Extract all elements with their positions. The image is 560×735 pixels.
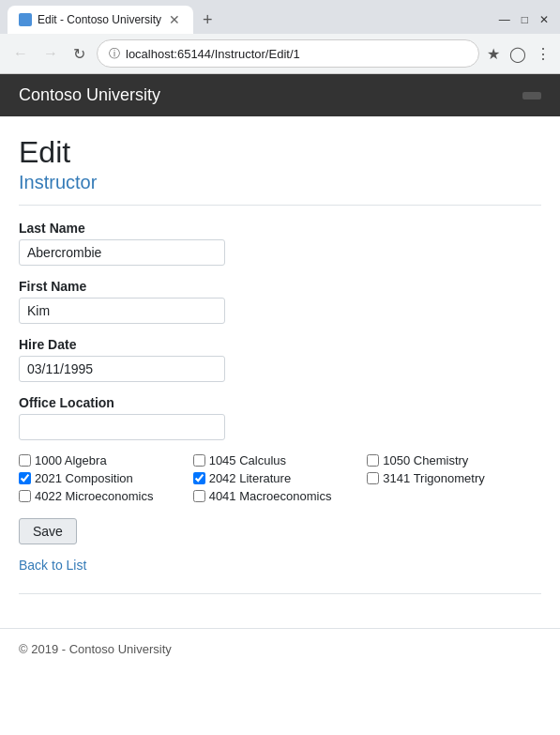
office-label: Office Location xyxy=(19,395,541,410)
close-window-button[interactable]: ✕ xyxy=(539,13,549,26)
page-subtitle: Instructor xyxy=(19,172,541,193)
url-bar[interactable]: ⓘ localhost:65144/Instructor/Edit/1 xyxy=(97,39,479,68)
course-checkbox-1000[interactable] xyxy=(19,454,31,467)
list-item: 4022 Microeconomics xyxy=(19,489,193,503)
address-bar: ← → ↻ ⓘ localhost:65144/Instructor/Edit/… xyxy=(0,34,560,73)
divider-bottom xyxy=(19,593,541,594)
course-label-1050: 1050 Chemistry xyxy=(383,453,468,467)
minimize-button[interactable]: — xyxy=(499,13,510,26)
course-label-3141: 3141 Trigonometry xyxy=(383,471,484,485)
office-location-group: Office Location xyxy=(19,395,541,440)
course-checkbox-1045[interactable] xyxy=(193,454,205,467)
last-name-input[interactable] xyxy=(19,239,225,266)
course-label-1000: 1000 Algebra xyxy=(35,453,107,467)
hire-date-group: Hire Date xyxy=(19,337,541,382)
browser-chrome: Edit - Contoso University ✕ + — □ ✕ ← → … xyxy=(0,0,560,74)
last-name-group: Last Name xyxy=(19,221,541,266)
new-tab-button[interactable]: + xyxy=(197,10,219,30)
url-text: localhost:65144/Instructor/Edit/1 xyxy=(126,47,467,61)
divider-top xyxy=(19,205,541,206)
list-item: 1000 Algebra xyxy=(19,453,193,467)
tab-close-button[interactable]: ✕ xyxy=(167,12,182,27)
page-heading: Edit xyxy=(19,135,541,170)
course-label-2021: 2021 Composition xyxy=(35,471,133,485)
page-content: Edit Instructor Last Name First Name Hir… xyxy=(0,116,560,628)
tab-bar: Edit - Contoso University ✕ + — □ ✕ xyxy=(0,0,560,34)
course-label-2042: 2042 Literature xyxy=(209,471,291,485)
hire-date-input[interactable] xyxy=(19,356,225,382)
tab-title: Edit - Contoso University xyxy=(38,13,161,26)
list-item: 2042 Literature xyxy=(193,471,368,485)
courses-grid: 1000 Algebra1045 Calculus1050 Chemistry2… xyxy=(19,453,541,503)
lock-icon: ⓘ xyxy=(109,46,120,62)
forward-nav-button[interactable]: → xyxy=(39,43,62,64)
course-checkbox-1050[interactable] xyxy=(367,454,379,467)
last-name-label: Last Name xyxy=(19,221,541,236)
header-button[interactable] xyxy=(522,92,541,100)
list-item: 3141 Trigonometry xyxy=(367,471,541,485)
list-item: 1045 Calculus xyxy=(193,453,368,467)
first-name-label: First Name xyxy=(19,279,541,294)
course-label-4022: 4022 Microeconomics xyxy=(35,489,153,503)
active-tab[interactable]: Edit - Contoso University ✕ xyxy=(8,6,193,34)
first-name-input[interactable] xyxy=(19,298,225,324)
course-checkbox-4041[interactable] xyxy=(193,490,205,502)
course-label-1045: 1045 Calculus xyxy=(209,453,286,467)
page-footer: © 2019 - Contoso University xyxy=(0,628,560,669)
office-location-input[interactable] xyxy=(19,414,225,440)
profile-icon[interactable]: ◯ xyxy=(509,45,526,63)
app-name: Contoso University xyxy=(19,85,160,105)
first-name-group: First Name xyxy=(19,279,541,324)
window-controls: — □ ✕ xyxy=(499,13,552,26)
tab-favicon xyxy=(19,13,32,26)
course-checkbox-2042[interactable] xyxy=(193,472,205,484)
list-item: 2021 Composition xyxy=(19,471,193,485)
footer-text: © 2019 - Contoso University xyxy=(19,642,172,656)
list-item: 1050 Chemistry xyxy=(367,453,541,467)
save-button[interactable]: Save xyxy=(19,518,77,544)
back-to-list-link[interactable]: Back to List xyxy=(19,558,86,573)
restore-button[interactable]: □ xyxy=(522,13,528,26)
bookmark-icon[interactable]: ★ xyxy=(487,45,500,63)
refresh-button[interactable]: ↻ xyxy=(69,43,89,65)
list-item: 4041 Macroeconomics xyxy=(193,489,368,503)
browser-toolbar-icons: ★ ◯ ⋮ xyxy=(487,45,551,63)
app-header: Contoso University xyxy=(0,74,560,116)
menu-icon[interactable]: ⋮ xyxy=(536,45,551,63)
hire-date-label: Hire Date xyxy=(19,337,541,352)
course-label-4041: 4041 Macroeconomics xyxy=(209,489,332,503)
course-checkbox-2021[interactable] xyxy=(19,472,31,484)
course-checkbox-3141[interactable] xyxy=(367,472,379,484)
course-checkbox-4022[interactable] xyxy=(19,490,31,502)
back-nav-button[interactable]: ← xyxy=(9,43,32,64)
